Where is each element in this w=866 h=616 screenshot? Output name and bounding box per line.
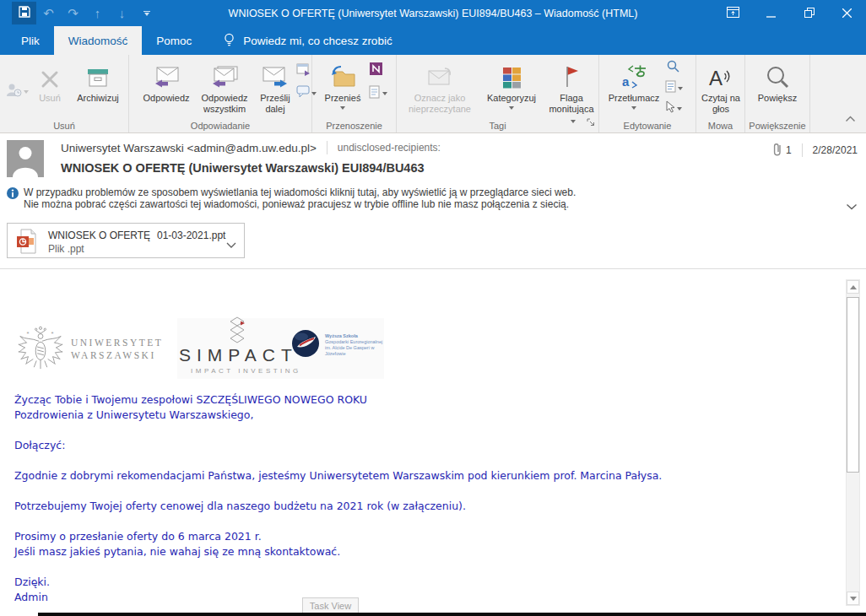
info-bar: W przypadku problemów ze sposobem wyświe… [0,184,866,221]
customize-quick-access-icon [143,11,150,16]
save-button[interactable] [12,2,36,24]
search-icon [667,60,679,76]
move-down-button[interactable]: ↓ [110,2,134,24]
scroll-down-button[interactable] [847,592,859,605]
translate-icon: a [620,59,647,91]
ppt-file-icon [15,229,37,257]
tab-help[interactable]: Pomoc [142,26,206,55]
assign-policy-icon [5,82,22,102]
window-controls [714,0,866,26]
attachment-chip[interactable]: WNIOSEK O OFERTĘ 01-03-2021.ppt Plik .pp… [7,223,245,258]
ribbon-display-options-button[interactable] [714,0,752,26]
uw-logo: * * UNIWERSYTET WARSZAWSKI [17,323,163,376]
ribbon-group-editing: a Przetłumacz [599,55,696,132]
tell-me-box[interactable]: Powiedz mi, co chcesz zrobić [223,26,392,55]
mark-unread-button[interactable]: Oznacz jako nieprzeczytane [403,59,476,115]
group-label-speech: Mowa [696,121,744,131]
svg-text:*: * [51,330,54,338]
email-body-text: Życząc Tobie i Twojemu zespołowi SZCZĘŚL… [14,392,662,616]
zoom-label: Powiększ [758,93,797,104]
tell-me-label: Powiedz mi, co chcesz zrobić [243,35,392,47]
rules-icon [368,85,381,102]
info-line-1[interactable]: W przypadku problemów ze sposobem wyświe… [24,186,576,198]
onenote-icon [370,62,382,78]
simpact-wordmark: SIMPACT [179,345,298,365]
group-label-tags: Tagi [397,121,598,131]
ribbon-group-move: Przenieś Przenoszenie [312,55,397,132]
undo-button[interactable]: ↶ [36,2,61,24]
header-divider [327,141,327,154]
forward-icon [262,59,289,91]
minimize-button[interactable] [752,0,790,26]
ribbon-group-zoom: Powiększ Powiększenie [745,55,810,132]
onenote-button[interactable] [370,62,382,78]
recipients[interactable]: undisclosed-recipients: [338,142,441,154]
collapse-ribbon-button[interactable] [845,111,856,126]
assign-policy-button[interactable] [5,82,29,102]
windows-taskbar[interactable] [38,613,866,616]
related-actions-button[interactable] [665,80,683,96]
group-label-zoom: Powiększenie [745,121,809,131]
delete-label: Usuń [39,93,61,104]
read-aloud-button[interactable]: A Czytaj na głos [698,59,744,115]
move-button[interactable]: Przenieś [317,59,368,110]
related-actions-icon [665,80,676,96]
reply-all-button[interactable]: Odpowiedz wszystkim [195,59,254,115]
save-icon [19,6,30,20]
select-button[interactable] [665,100,682,116]
collapse-ribbon-icon [845,111,856,125]
ribbon-group-delete: Usuń Archiwizuj Usuń [0,55,129,132]
meeting-icon [296,62,311,79]
categorize-button[interactable]: Kategoryzuj [481,59,542,110]
mark-unread-icon [426,59,453,91]
info-icon [7,187,19,203]
move-up-button[interactable]: ↑ [85,2,110,24]
forward-label: Prześlij dalej [256,93,295,115]
meeting-button[interactable] [296,62,311,79]
vertical-scrollbar[interactable] [846,279,860,606]
svg-text:*: * [27,330,30,338]
expand-chevron-icon[interactable] [846,198,858,213]
rules-button[interactable] [368,85,387,102]
scroll-up-button[interactable] [847,280,859,294]
restore-button[interactable] [790,0,828,26]
read-aloud-icon: A [707,59,734,91]
archive-button[interactable]: Archiwizuj [71,59,125,104]
undo-icon: ↶ [43,6,54,21]
search-button[interactable] [667,60,679,76]
reply-all-label: Odpowiedz wszystkim [195,93,254,115]
translate-button[interactable]: a Przetłumacz [606,59,662,110]
attachment-name: WNIOSEK O OFERTĘ [48,230,150,241]
close-icon [842,6,852,21]
delete-button[interactable]: Usuń [30,59,69,104]
mark-unread-label: Oznacz jako nieprzeczytane [403,93,476,115]
move-up-icon: ↑ [95,6,101,20]
tab-message[interactable]: Wiadomość [54,26,143,55]
paragraph: Potrzebujemy Twojej oferty cenowej dla n… [14,499,662,514]
move-label: Przenieś [325,93,361,104]
simpact-mark-icon [226,316,248,349]
window-title: WNIOSEK O OFERTĘ (Uniwersytet Warszawski… [229,0,638,26]
customize-quick-access-button[interactable] [134,2,159,24]
forward-button[interactable]: Prześlij dalej [256,59,295,115]
reply-button[interactable]: Odpowiedz [139,59,193,104]
categorize-label: Kategoryzuj [487,93,536,104]
read-aloud-label: Czytaj na głos [698,93,744,115]
group-label-respond: Odpowiadanie [129,121,311,131]
move-down-icon: ↓ [119,6,126,20]
paperclip-icon [772,142,782,159]
zoom-button[interactable]: Powiększ [752,59,803,104]
attachment-expand-icon[interactable] [226,236,236,251]
meta-divider [802,143,803,157]
tab-file[interactable]: Plik [7,26,54,55]
attachment-count: 1 [786,144,792,156]
close-button[interactable] [828,0,866,26]
attachment-filename: 01-03-2021.ppt [157,230,225,241]
sender-address[interactable]: Uniwersytet Warszawski <admin@adm.uw.edu… [61,142,317,154]
redo-button[interactable]: ↷ [61,2,85,24]
scrollbar-thumb[interactable] [847,297,859,473]
group-label-move: Przenoszenie [312,121,396,131]
simpact-tagline: IMPACT INVESTING [191,367,301,375]
reply-icon [153,59,180,91]
reply-label: Odpowiedz [143,93,189,104]
